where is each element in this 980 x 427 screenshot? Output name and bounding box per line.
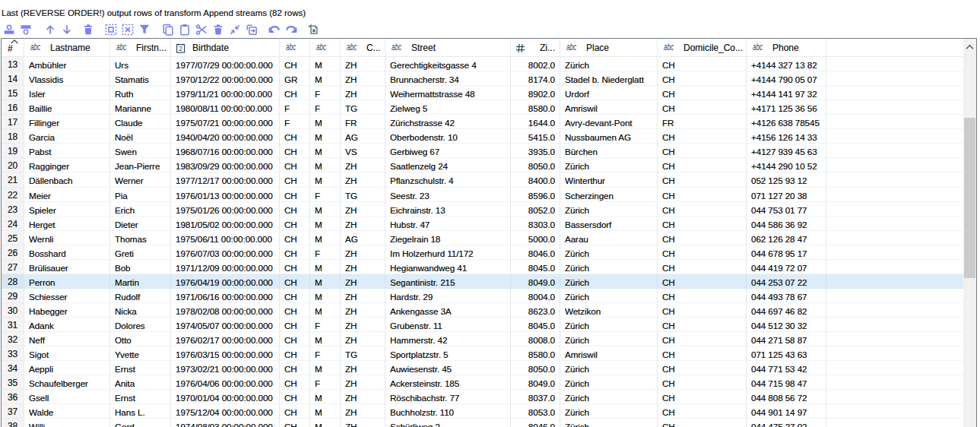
svg-text:2: 2: [179, 45, 182, 52]
